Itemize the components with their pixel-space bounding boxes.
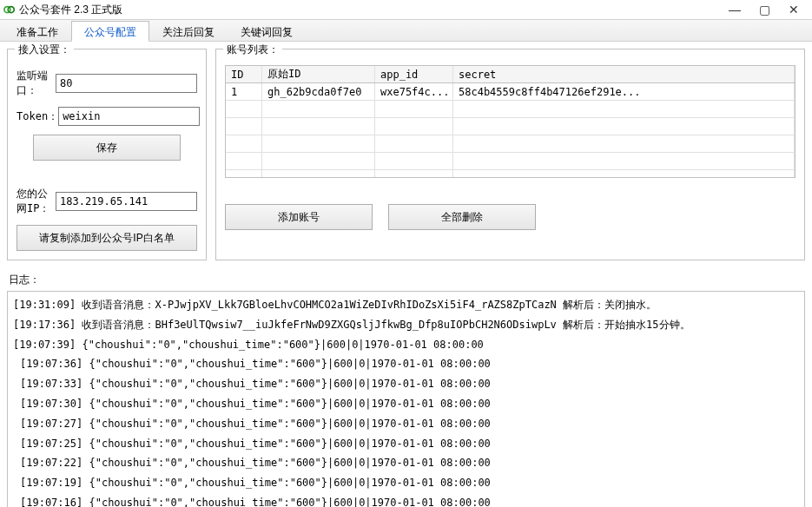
log-line: [19:07:16] {"choushui":"0","choushui_tim…: [13, 493, 799, 507]
port-row: 监听端口：: [17, 69, 197, 98]
log-line: [19:07:36] {"choushui":"0","choushui_tim…: [13, 354, 799, 374]
log-line: [19:07:27] {"choushui":"0","choushui_tim…: [13, 414, 799, 434]
accounts-legend: 账号列表：: [223, 43, 282, 57]
accounts-groupbox: 账号列表： ID 原始ID app_id secret 1 gh_62b9cda…: [215, 49, 805, 260]
main-content: 接入设置： 监听端口： Token： 保存 您的公网IP： 请复制添加到公众号I…: [0, 42, 812, 267]
log-line: [19:07:25] {"choushui":"0","choushui_tim…: [13, 434, 799, 454]
log-section: 日志： [19:31:09] 收到语音消息：X-PJwjpXV_Lkk7GBlo…: [0, 273, 812, 507]
tab-keyword-reply[interactable]: 关键词回复: [228, 21, 306, 42]
titlebar: 公众号套件 2.3 正式版 — ▢ ✕: [0, 0, 812, 19]
table-row: [226, 101, 795, 118]
table-row: [226, 118, 795, 135]
log-box[interactable]: [19:31:09] 收到语音消息：X-PJwjpXV_Lkk7GBloeLhv…: [7, 291, 805, 507]
tab-config[interactable]: 公众号配置: [71, 21, 149, 42]
log-line: [19:07:22] {"choushui":"0","choushui_tim…: [13, 453, 799, 473]
save-button[interactable]: 保存: [33, 135, 181, 161]
port-input[interactable]: [56, 74, 197, 93]
access-legend: 接入设置：: [15, 43, 74, 57]
delete-all-button[interactable]: 全部删除: [388, 204, 536, 230]
log-line: [19:07:39] {"choushui":"0","choushui_tim…: [13, 335, 799, 355]
table-header: ID 原始ID app_id secret: [226, 66, 795, 83]
port-label: 监听端口：: [17, 69, 56, 98]
token-row: Token：: [17, 107, 197, 126]
tab-follow-reply[interactable]: 关注后回复: [149, 21, 228, 42]
token-input[interactable]: [58, 107, 200, 126]
cell-appid: wxe75f4c...: [375, 83, 453, 100]
cell-origid: gh_62b9cda0f7e0: [262, 83, 375, 100]
col-origid: 原始ID: [262, 66, 375, 82]
access-groupbox: 接入设置： 监听端口： Token： 保存 您的公网IP： 请复制添加到公众号I…: [7, 49, 207, 260]
minimize-button[interactable]: —: [720, 1, 749, 18]
table-row: [226, 153, 795, 170]
app-icon: [3, 3, 16, 16]
tab-prepare[interactable]: 准备工作: [3, 21, 71, 42]
cell-id: 1: [226, 83, 262, 100]
maximize-button[interactable]: ▢: [749, 1, 779, 18]
col-id: ID: [226, 66, 262, 82]
log-line: [19:31:09] 收到语音消息：X-PJwjpXV_Lkk7GBloeLhv…: [13, 295, 799, 315]
token-label: Token：: [17, 109, 58, 124]
window-title: 公众号套件 2.3 正式版: [19, 3, 122, 17]
ip-input[interactable]: [56, 192, 197, 211]
log-line: [19:07:33] {"choushui":"0","choushui_tim…: [13, 374, 799, 394]
log-line: [19:07:30] {"choushui":"0","choushui_tim…: [13, 394, 799, 414]
whitelist-button[interactable]: 请复制添加到公众号IP白名单: [17, 225, 197, 251]
log-line: [19:07:19] {"choushui":"0","choushui_tim…: [13, 473, 799, 493]
account-buttons: 添加账号 全部删除: [225, 204, 795, 230]
ip-row: 您的公网IP：: [17, 187, 197, 216]
ip-label: 您的公网IP：: [17, 187, 56, 216]
log-label: 日志：: [9, 273, 805, 287]
table-row: [226, 135, 795, 153]
window-controls: — ▢ ✕: [720, 1, 809, 18]
table-row: [226, 170, 795, 178]
tab-strip: 准备工作 公众号配置 关注后回复 关键词回复: [0, 19, 812, 42]
cell-secret: 58c4b4559c8ff4b47126ef291e...: [453, 83, 795, 100]
col-secret: secret: [453, 66, 795, 82]
close-button[interactable]: ✕: [779, 1, 809, 18]
log-line: [19:17:36] 收到语音消息：BHf3eUlTQwsiw7__iuJkfe…: [13, 315, 799, 335]
table-row[interactable]: 1 gh_62b9cda0f7e0 wxe75f4c... 58c4b4559c…: [226, 83, 795, 101]
accounts-table[interactable]: ID 原始ID app_id secret 1 gh_62b9cda0f7e0 …: [225, 65, 795, 178]
col-appid: app_id: [375, 66, 453, 82]
add-account-button[interactable]: 添加账号: [225, 204, 373, 230]
